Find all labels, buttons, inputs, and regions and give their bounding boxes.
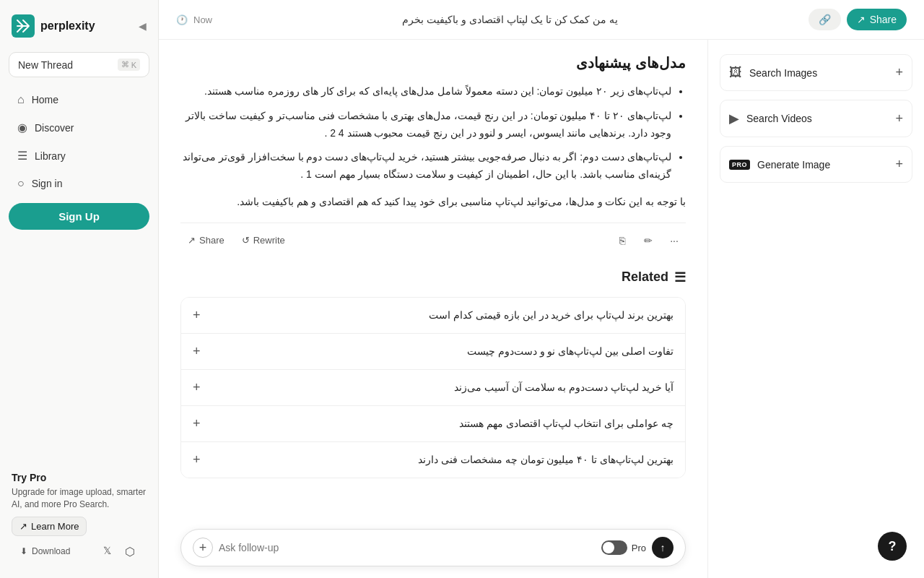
main-header: 🕐 Now یه من کمک کن تا یک لپتاپ اقتصادی و… [159, 0, 924, 40]
related-header: ☰ Related [180, 269, 686, 285]
list-item[interactable]: آیا خرید لپ‌تاپ دست‌دوم به سلامت آن آسیب… [181, 370, 685, 406]
generate-image-item[interactable]: PRO Generate Image + [720, 146, 912, 183]
videos-icon: ▶ [729, 111, 739, 126]
related-section: ☰ Related بهترین برند لپ‌تاپ برای خرید د… [180, 269, 686, 478]
list-item[interactable]: چه عواملی برای انتخاب لپ‌تاپ اقتصادی مهم… [181, 406, 685, 442]
article-bullets: لپ‌تاپ‌های زیر ۲۰ میلیون تومان: این دسته… [180, 83, 686, 184]
new-thread-label: New Thread [18, 59, 73, 71]
social-links: 𝕏 ⬡ [103, 545, 138, 558]
related-plus-icon-3: + [193, 380, 201, 395]
page-title: یه من کمک کن تا یک لپتاپ اقتصادی و باکیف… [402, 14, 618, 25]
related-label: Related [622, 269, 668, 285]
share-action-icon: ↗ [188, 235, 196, 246]
sign-in-link[interactable]: ○ Sign in [6, 171, 152, 197]
sign-in-icon: ○ [17, 177, 25, 190]
bullet-item-2: لپ‌تاپ‌های ۲۰ تا ۴۰ میلیون تومان: در این… [180, 108, 671, 142]
sidebar-item-label-home: Home [32, 94, 58, 105]
new-thread-shortcut: ⌘ K [118, 59, 140, 71]
logo-text: perplexity [40, 20, 95, 33]
main-scroll: مدل‌های پیشنهادی لپ‌تاپ‌های زیر ۲۰ میلیو… [159, 40, 707, 578]
input-add-button[interactable]: + [193, 538, 213, 558]
home-icon: ⌂ [17, 93, 25, 106]
edit-button[interactable]: ✏ [637, 229, 660, 252]
clock-icon: 🕐 [176, 14, 188, 25]
now-label: Now [193, 14, 212, 25]
share-action-label: Share [199, 235, 225, 246]
related-plus-icon-2: + [193, 344, 201, 359]
list-item[interactable]: تفاوت اصلی بین لپ‌تاپ‌های نو و دست‌دوم چ… [181, 334, 685, 370]
sign-in-label: Sign in [32, 178, 63, 189]
download-label: Download [32, 546, 70, 556]
related-item-text-3: آیا خرید لپ‌تاپ دست‌دوم به سلامت آن آسیب… [454, 381, 674, 393]
article-summary: با توجه به این نکات و مدل‌ها، می‌توانید … [180, 194, 686, 211]
share-icon: ↗ [857, 14, 866, 25]
related-plus-icon-5: + [193, 452, 201, 467]
new-thread-button[interactable]: New Thread ⌘ K [9, 52, 149, 77]
share-action-button[interactable]: ↗ Share [180, 230, 232, 250]
search-videos-left: ▶ Search Videos [729, 111, 812, 126]
bullet-item-3: لپ‌تاپ‌های دست دوم: اگر به دنبال صرفه‌جو… [180, 149, 671, 184]
pro-label: Pro [632, 543, 646, 553]
signup-button[interactable]: Sign Up [9, 203, 149, 230]
arrow-icon: ↗ [19, 521, 27, 532]
related-item-text-4: چه عواملی برای انتخاب لپ‌تاپ اقتصادی مهم… [459, 418, 674, 429]
toggle-knob [603, 542, 614, 553]
search-videos-item[interactable]: ▶ Search Videos + [720, 100, 912, 137]
link-icon: 🔗 [819, 14, 831, 25]
x-twitter-icon[interactable]: 𝕏 [103, 545, 116, 558]
related-list-icon: ☰ [674, 269, 686, 285]
search-images-item[interactable]: 🖼 Search Images + [720, 54, 912, 91]
more-icon: ··· [670, 235, 679, 246]
link-button[interactable]: 🔗 [808, 9, 841, 30]
sidebar: perplexity ◀ New Thread ⌘ K ⌂ Home ◉ Dis… [0, 0, 159, 578]
related-plus-icon-1: + [193, 308, 201, 323]
right-sidebar: 🖼 Search Images + ▶ Search Videos + PRO … [707, 40, 924, 578]
related-plus-icon-4: + [193, 416, 201, 431]
search-images-label: Search Images [749, 67, 817, 79]
related-list: بهترین برند لپ‌تاپ برای خرید در این بازه… [180, 297, 686, 478]
logo: perplexity [12, 14, 95, 38]
input-area: + Pro ↑ [180, 529, 686, 566]
search-videos-plus: + [895, 111, 903, 126]
sidebar-bottom: Try Pro Upgrade for image upload, smarte… [0, 456, 158, 569]
help-icon: ? [889, 539, 897, 554]
share-button[interactable]: ↗ Share [847, 9, 907, 30]
download-link[interactable]: ⬇ Download [20, 546, 70, 556]
rewrite-action-button[interactable]: ↺ Rewrite [235, 230, 292, 250]
library-icon: ☰ [17, 149, 27, 163]
try-pro-description: Upgrade for image upload, smarter AI, an… [12, 486, 147, 511]
list-item[interactable]: بهترین لپ‌تاپ‌های تا ۴۰ میلیون تومان چه … [181, 442, 685, 478]
images-icon: 🖼 [729, 65, 742, 80]
main-content: 🕐 Now یه من کمک کن تا یک لپتاپ اقتصادی و… [159, 0, 924, 578]
generate-image-label: Generate Image [757, 159, 830, 171]
sidebar-footer: ⬇ Download 𝕏 ⬡ [9, 539, 149, 561]
related-item-text-5: بهترین لپ‌تاپ‌های تا ۴۰ میلیون تومان چه … [418, 454, 674, 465]
share-label: Share [870, 14, 897, 25]
sidebar-item-library[interactable]: ☰ Library [6, 142, 152, 169]
try-pro-box: Try Pro Upgrade for image upload, smarte… [9, 465, 149, 539]
article: مدل‌های پیشنهادی لپ‌تاپ‌های زیر ۲۰ میلیو… [180, 54, 686, 252]
help-button[interactable]: ? [878, 532, 907, 561]
learn-more-button[interactable]: ↗ Learn More [12, 517, 87, 536]
search-videos-label: Search Videos [746, 113, 812, 124]
generate-image-left: PRO Generate Image [729, 159, 830, 171]
discord-icon[interactable]: ⬡ [125, 545, 138, 558]
search-input[interactable] [219, 542, 596, 553]
collapse-button[interactable]: ◀ [139, 20, 147, 32]
pro-toggle-switch[interactable] [601, 540, 627, 555]
perplexity-logo-icon [12, 14, 35, 38]
list-item[interactable]: بهترین برند لپ‌تاپ برای خرید در این بازه… [181, 298, 685, 334]
generate-image-plus: + [895, 157, 903, 172]
header-left: 🕐 Now [176, 14, 212, 25]
related-item-text-1: بهترین برند لپ‌تاپ برای خرید در این بازه… [429, 309, 674, 321]
copy-button[interactable]: ⎘ [611, 229, 634, 252]
sidebar-item-home[interactable]: ⌂ Home [6, 87, 152, 113]
related-item-text-2: تفاوت اصلی بین لپ‌تاپ‌های نو و دست‌دوم چ… [467, 345, 674, 357]
sidebar-item-label-discover: Discover [35, 122, 74, 134]
rewrite-icon: ↺ [242, 235, 250, 246]
rewrite-label: Rewrite [253, 235, 285, 246]
sidebar-item-discover[interactable]: ◉ Discover [6, 114, 152, 141]
send-button[interactable]: ↑ [652, 537, 674, 558]
more-options-button[interactable]: ··· [663, 229, 686, 252]
pro-toggle: Pro [601, 540, 646, 555]
